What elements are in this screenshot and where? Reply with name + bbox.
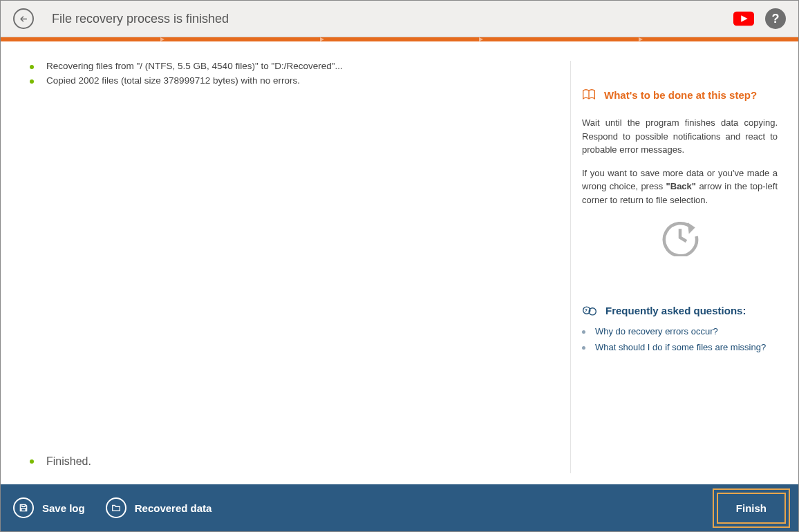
folder-icon <box>106 497 126 518</box>
log-text: Recovering files from "/ (NTFS, 5.5 GB, … <box>46 61 343 71</box>
back-button[interactable] <box>13 8 34 29</box>
help-button[interactable]: ? <box>765 8 786 29</box>
faq-section-title: ? Frequently asked questions: <box>582 305 778 316</box>
svg-text:?: ? <box>585 307 588 312</box>
arrow-left-icon <box>19 14 29 24</box>
status-area: Finished. <box>30 448 556 473</box>
faq-item: Why do recovery errors occur? <box>582 326 778 336</box>
status-line: Finished. <box>30 455 556 468</box>
status-dot-icon <box>30 65 34 69</box>
log-text: Copied 2002 files (total size 378999712 … <box>46 75 300 86</box>
sidebar: What's to be done at this step? Wait unt… <box>570 61 778 473</box>
faq-title-text: Frequently asked questions: <box>605 305 746 316</box>
help-title-text: What's to be done at this step? <box>604 89 757 101</box>
clock-illustration <box>582 216 778 256</box>
bullet-icon <box>582 346 585 350</box>
save-log-button[interactable]: Save log <box>13 497 85 518</box>
footer-bar: Save log Recovered data Finish <box>1 484 798 531</box>
header-bar: File recovery process is finished ? <box>1 1 798 37</box>
save-log-label: Save log <box>42 502 85 514</box>
log-area: Recovering files from "/ (NTFS, 5.5 GB, … <box>30 61 556 448</box>
book-icon <box>582 88 596 101</box>
main-panel: Recovering files from "/ (NTFS, 5.5 GB, … <box>30 61 556 473</box>
question-icon: ? <box>772 12 780 26</box>
youtube-icon[interactable] <box>733 11 754 26</box>
header-right: ? <box>733 8 786 29</box>
log-line: Recovering files from "/ (NTFS, 5.5 GB, … <box>30 61 556 71</box>
page-title: File recovery process is finished <box>52 12 733 26</box>
faq-list: Why do recovery errors occur? What shoul… <box>582 326 778 352</box>
faq-link[interactable]: Why do recovery errors occur? <box>595 326 718 336</box>
help-paragraph: If you want to save more data or you've … <box>582 167 778 207</box>
progress-bar <box>1 37 798 41</box>
status-text: Finished. <box>46 455 91 468</box>
bullet-icon <box>582 330 585 334</box>
finish-button[interactable]: Finish <box>717 493 786 524</box>
finish-label: Finish <box>736 502 767 514</box>
help-section-title: What's to be done at this step? <box>582 88 778 101</box>
faq-icon: ? <box>582 305 597 316</box>
recovered-data-label: Recovered data <box>135 502 212 514</box>
faq-item: What should I do if some files are missi… <box>582 342 778 352</box>
save-icon <box>13 497 34 518</box>
help-paragraph: Wait until the program finishes data cop… <box>582 116 778 157</box>
status-dot-icon <box>30 459 34 464</box>
log-line: Copied 2002 files (total size 378999712 … <box>30 75 556 86</box>
recovered-data-button[interactable]: Recovered data <box>106 497 212 518</box>
clock-refresh-icon <box>660 216 700 256</box>
faq-link[interactable]: What should I do if some files are missi… <box>595 342 766 352</box>
status-dot-icon <box>30 79 34 84</box>
content-area: Recovering files from "/ (NTFS, 5.5 GB, … <box>1 41 798 484</box>
